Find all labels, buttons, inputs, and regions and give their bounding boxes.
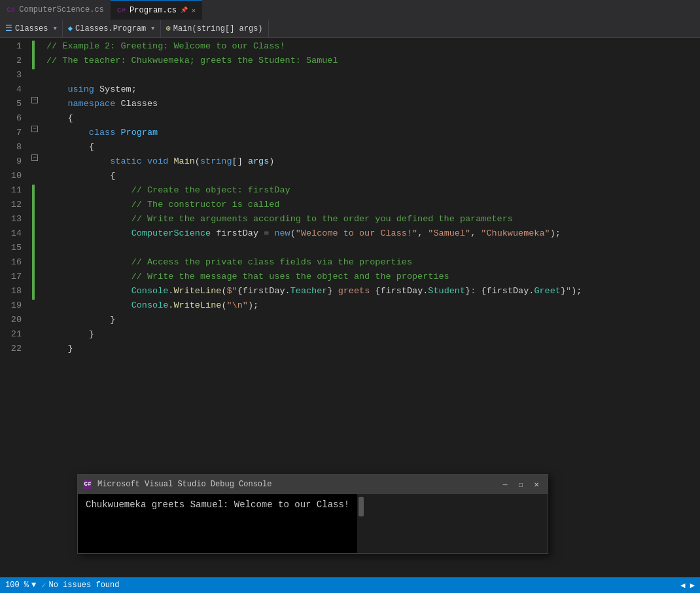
fold-7[interactable]: − <box>31 126 38 132</box>
code-line-9: static void Main(string[] args) <box>46 154 700 169</box>
green-bar-11 <box>32 185 35 300</box>
line-num-1: 1 <box>0 39 22 54</box>
line-num-7: 7 <box>0 126 22 140</box>
member-dropdown[interactable]: ⚙ Main(string[] args) <box>161 20 269 37</box>
tab-computerscience-label: ComputerScience.cs <box>19 5 104 14</box>
line-num-22: 22 <box>0 342 22 356</box>
line-num-14: 14 <box>0 226 22 241</box>
member-dropdown-label: Main(string[] args) <box>173 24 263 33</box>
code-line-14: ComputerScience firstDay = new("Welcome … <box>46 226 700 241</box>
code-line-5: namespace Classes <box>46 97 700 111</box>
tab-computerscience[interactable]: C# ComputerScience.cs <box>0 0 111 20</box>
line-num-10: 10 <box>0 169 22 183</box>
class-dropdown-icon: ☰ <box>5 24 12 33</box>
line-num-8: 8 <box>0 140 22 154</box>
code-line-11: // Create the object: firstDay <box>46 183 700 198</box>
pin-icon: 📌 <box>181 7 188 14</box>
tab-program-label: Program.cs <box>130 6 177 15</box>
type-dropdown-label: Classes.Program <box>75 24 146 33</box>
code-line-16: // Access the private class fields via t… <box>46 255 700 270</box>
line-num-11: 11 <box>0 183 22 198</box>
line-num-15: 15 <box>0 241 22 255</box>
type-dropdown-arrow: ▼ <box>151 26 154 32</box>
tab-bar: C# ComputerScience.cs C# Program.cs 📌 ✕ <box>0 0 700 20</box>
code-line-10: { <box>46 169 700 183</box>
code-line-19: Console.WriteLine("\n"); <box>46 298 700 313</box>
fold-9[interactable]: − <box>31 154 38 161</box>
code-line-22: } <box>46 342 700 356</box>
gutter: − − − <box>29 39 44 356</box>
code-editor: 1 2 3 4 5 6 7 8 9 10 11 12 13 14 15 16 1… <box>0 38 700 357</box>
tab-program-icon: C# <box>117 7 126 14</box>
code-line-13: // Write the arguments according to the … <box>46 212 700 226</box>
class-dropdown[interactable]: ☰ Classes ▼ <box>0 20 63 37</box>
line-num-6: 6 <box>0 111 22 126</box>
code-line-1: // Example 2: Greeting: Welcome to our C… <box>46 39 700 54</box>
line-num-18: 18 <box>0 284 22 298</box>
code-line-7: class Program <box>46 126 700 140</box>
line-num-19: 19 <box>0 298 22 313</box>
code-line-20: } <box>46 313 700 327</box>
type-dropdown[interactable]: ◆ Classes.Program ▼ <box>63 20 161 37</box>
fold-5[interactable]: − <box>31 97 38 103</box>
code-line-21: } <box>46 327 700 342</box>
code-line-18: Console.WriteLine($"{firstDay.Teacher} g… <box>46 284 700 298</box>
green-bar-1 <box>32 41 35 69</box>
tab-program[interactable]: C# Program.cs 📌 ✕ <box>111 0 202 20</box>
class-dropdown-label: Classes <box>15 24 48 33</box>
line-num-2: 2 <box>0 54 22 68</box>
line-num-12: 12 <box>0 198 22 212</box>
line-num-20: 20 <box>0 313 22 327</box>
close-tab-button[interactable]: ✕ <box>192 7 196 14</box>
class-dropdown-arrow: ▼ <box>53 26 56 32</box>
code-line-12: // The constructor is called <box>46 198 700 212</box>
line-num-9: 9 <box>0 154 22 169</box>
line-num-3: 3 <box>0 68 22 82</box>
code-line-15 <box>46 241 700 255</box>
code-line-3 <box>46 68 700 82</box>
line-num-17: 17 <box>0 270 22 284</box>
code-line-2: // The teacher: Chukwuemeka; greets the … <box>46 54 700 68</box>
type-dropdown-icon: ◆ <box>68 24 73 33</box>
line-numbers: 1 2 3 4 5 6 7 8 9 10 11 12 13 14 15 16 1… <box>0 39 29 356</box>
line-num-5: 5 <box>0 97 22 111</box>
code-line-6: { <box>46 111 700 126</box>
member-dropdown-icon: ⚙ <box>166 24 171 33</box>
code-lines[interactable]: // Example 2: Greeting: Welcome to our C… <box>44 39 700 356</box>
code-line-4: using System; <box>46 82 700 97</box>
code-area[interactable]: 1 2 3 4 5 6 7 8 9 10 11 12 13 14 15 16 1… <box>0 38 700 357</box>
line-num-21: 21 <box>0 327 22 342</box>
tab-cs-icon: C# <box>7 6 15 14</box>
line-num-4: 4 <box>0 82 22 97</box>
code-line-17: // Write the message that uses the objec… <box>46 270 700 284</box>
code-line-8: { <box>46 140 700 154</box>
line-num-16: 16 <box>0 255 22 270</box>
navigation-bar: ☰ Classes ▼ ◆ Classes.Program ▼ ⚙ Main(s… <box>0 20 700 38</box>
line-num-13: 13 <box>0 212 22 226</box>
